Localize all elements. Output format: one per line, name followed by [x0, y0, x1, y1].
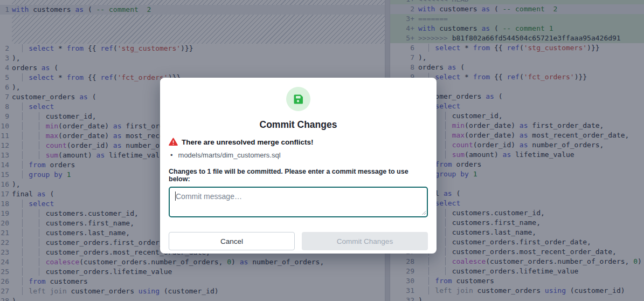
merge-conflict-warning: There are unresolved merge conflicts! [182, 138, 314, 146]
save-floppy-icon [292, 93, 305, 106]
commit-message-input[interactable] [169, 187, 428, 217]
text-cursor [175, 191, 176, 201]
commit-instruction-label: Changes to 1 file will be committed. Ple… [169, 168, 428, 183]
commit-changes-button[interactable]: Commit Changes [302, 232, 428, 250]
bullet-icon: • [170, 151, 173, 159]
save-icon-badge [286, 87, 310, 111]
modal-title: Commit Changes [160, 119, 437, 131]
conflicted-file-path: models/marts/dim_customers.sql [178, 151, 281, 159]
resize-handle-icon[interactable] [421, 210, 426, 215]
commit-changes-modal: Commit Changes There are unresolved merg… [160, 78, 437, 254]
ide-diff-view: 1with customers as ( -- comment 22 selec… [0, 0, 644, 301]
warning-triangle-icon [169, 138, 178, 146]
cancel-button[interactable]: Cancel [169, 232, 295, 250]
conflicted-file-item: • models/marts/dim_customers.sql [169, 151, 428, 159]
